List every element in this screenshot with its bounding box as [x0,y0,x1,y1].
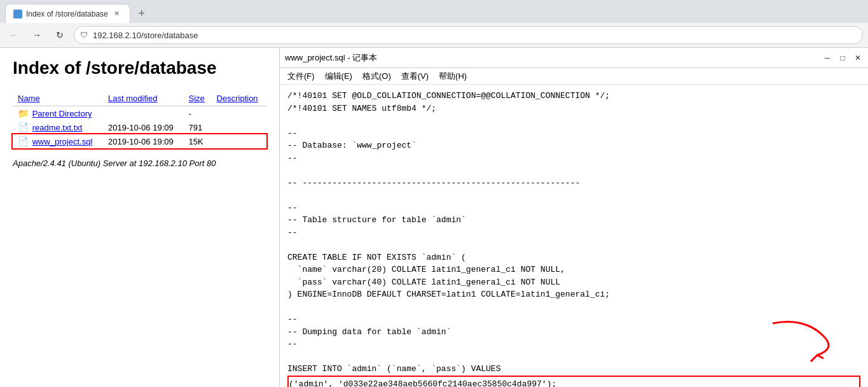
right-panel: www_project.sql - 记事本 ─ □ ✕ 文件(F) 编辑(E) … [280,48,868,387]
svg-point-0 [15,11,20,17]
col-size: Size [184,91,212,106]
file-modified-cell [103,106,183,121]
main-content: Index of /store/database Name Last modif… [0,48,868,387]
tab-close-button[interactable]: ✕ [112,9,122,19]
close-notepad-button[interactable]: ✕ [853,53,863,63]
security-icon: 🛡 [80,31,88,39]
code-line-14: `name` varchar(20) COLLATE latin1_genera… [287,264,860,276]
code-line-7: -- -------------------------------------… [287,177,860,190]
code-line-23-highlighted: ('admin', 'd033e22ae348aeb5660fc2140aec3… [287,376,860,388]
code-line-2 [287,115,860,127]
browser-chrome: Index of /store/database ✕ + ← → ↻ 🛡 192… [0,0,868,48]
tab-bar: Index of /store/database ✕ + [0,0,868,23]
file-modified-cell: 2019-10-06 19:09 [103,134,183,148]
file-desc-cell [212,106,266,121]
file-icon: 📄 [18,122,29,132]
new-tab-button[interactable]: + [133,4,151,22]
server-info: Apache/2.4.41 (Ubuntu) Server at 192.168… [13,158,266,168]
folder-icon: 📁 [18,108,29,118]
code-line-3: -- [287,127,860,140]
code-line-5: -- [287,152,860,165]
file-desc-cell [212,120,266,134]
col-name-link[interactable]: Name [18,94,40,103]
notepad-title: www_project.sql - 记事本 [285,52,377,64]
menu-view[interactable]: 查看(V) [396,69,434,83]
code-line-9: -- [287,202,860,215]
notepad-titlebar: www_project.sql - 记事本 ─ □ ✕ [280,48,868,68]
col-desc-link[interactable]: Description [217,94,258,103]
code-line-16: ) ENGINE=InnoDB DEFAULT CHARSET=latin1 C… [287,288,860,301]
code-line-6 [287,164,860,177]
menu-help[interactable]: 帮助(H) [434,69,472,83]
code-line-12 [287,239,860,251]
minimize-button[interactable]: ─ [822,53,832,63]
parent-dir-link[interactable]: Parent Directory [32,109,92,118]
code-line-1: /*!40101 SET NAMES utf8mb4 */; [287,102,860,115]
readme-link[interactable]: readme.txt.txt [32,123,83,132]
col-name: Name [13,91,103,106]
back-button[interactable]: ← [5,26,23,44]
address-text[interactable]: 192.168.2.10/store/database [93,31,198,40]
page-title: Index of /store/database [13,58,266,78]
file-name-cell: 📄 www_project.sql [13,134,103,148]
left-panel: Index of /store/database Name Last modif… [0,48,280,387]
address-bar: ← → ↻ 🛡 192.168.2.10/store/database [0,23,868,47]
file-desc-cell [212,134,266,148]
code-line-4: -- Database: `www_project` [287,139,860,152]
file-size-cell: 15K [184,134,212,148]
file-name-cell: 📁 Parent Directory [13,106,103,121]
maximize-button[interactable]: □ [837,53,848,63]
red-arrow-annotation [754,311,843,368]
reload-button[interactable]: ↻ [51,26,69,44]
sql-file-link[interactable]: www_project.sql [32,137,93,146]
col-size-link[interactable]: Size [189,94,205,103]
notepad-content: /*!40101 SET @OLD_COLLATION_CONNECTION=@… [280,85,868,387]
menu-edit[interactable]: 编辑(E) [320,69,357,83]
code-line-10: -- Table structure for table `admin` [287,214,860,227]
code-line-0: /*!40101 SET @OLD_COLLATION_CONNECTION=@… [287,90,860,102]
notepad-menubar: 文件(F) 编辑(E) 格式(O) 查看(V) 帮助(H) [280,68,868,85]
menu-file[interactable]: 文件(F) [282,69,320,83]
tab-favicon [13,10,22,18]
code-line-11: -- [287,227,860,239]
browser-tab[interactable]: Index of /store/database ✕ [5,4,130,23]
col-desc: Description [212,91,266,106]
col-modified-link[interactable]: Last modified [108,94,157,103]
forward-button[interactable]: → [28,26,46,44]
code-line-13: CREATE TABLE IF NOT EXISTS `admin` ( [287,251,860,264]
table-row: 📁 Parent Directory - [13,106,266,121]
code-line-8 [287,189,860,202]
file-name-cell: 📄 readme.txt.txt [13,120,103,134]
file-size-cell: - [184,106,212,121]
file-size-cell: 791 [184,120,212,134]
tab-title: Index of /store/database [26,10,108,18]
address-bar-wrap: 🛡 192.168.2.10/store/database [74,26,863,44]
file-modified-cell: 2019-10-06 19:09 [103,120,183,134]
col-modified: Last modified [103,91,183,106]
menu-format[interactable]: 格式(O) [357,69,396,83]
sql-file-icon: 📄 [18,136,29,146]
table-row: 📄 readme.txt.txt 2019-10-06 19:09 791 [13,120,266,134]
code-line-15: `pass` varchar(40) COLLATE latin1_genera… [287,276,860,289]
notepad-controls: ─ □ ✕ [822,53,863,63]
table-row: 📄 www_project.sql 2019-10-06 19:09 15K [13,134,266,148]
file-table: Name Last modified Size Description [13,91,266,148]
